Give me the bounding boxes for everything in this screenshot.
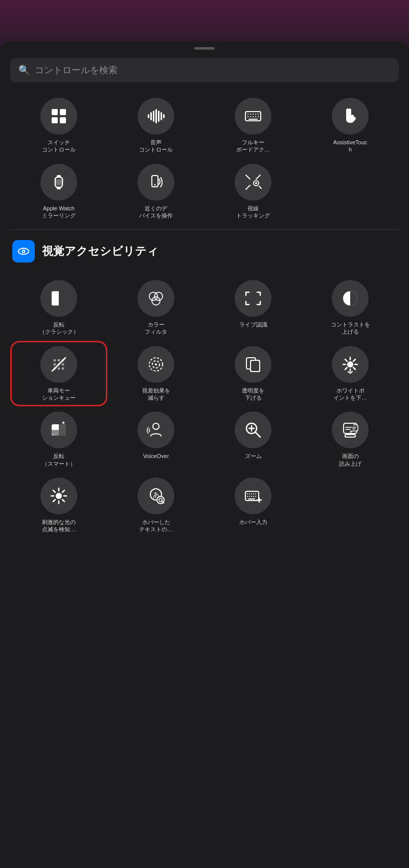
bottom-sheet: 🔍 コントロールを検索 スイッチコントロール: [0, 41, 409, 868]
svg-point-48: [54, 363, 56, 365]
apple-watch-icon: [40, 164, 77, 201]
drag-handle[interactable]: [194, 47, 215, 50]
assistive-touch-item[interactable]: AssistiveTouch: [302, 93, 399, 159]
reduce-transparency-label: 透明度を下げる: [242, 387, 264, 402]
svg-line-67: [353, 367, 355, 370]
section-divider: [10, 229, 399, 230]
eye-tracking-label: 視線トラッキング: [236, 205, 270, 220]
invert-smart-label: 反転（スマート）: [42, 452, 76, 467]
color-filter-item[interactable]: カラーフィルタ: [107, 275, 204, 341]
zoom-item[interactable]: ズーム: [204, 406, 302, 472]
reduce-motion-icon: [138, 346, 174, 383]
svg-rect-26: [56, 179, 61, 185]
svg-rect-4: [148, 114, 149, 118]
flash-detect-item[interactable]: 刺激的な光の点滅を検知…: [10, 472, 107, 538]
screen-read-icon: [332, 411, 369, 448]
svg-line-32: [246, 185, 250, 189]
full-keyboard-item[interactable]: フルキーボードアク…: [204, 93, 302, 159]
zoom-icon: [235, 411, 271, 448]
svg-point-45: [54, 359, 56, 361]
svg-line-66: [345, 359, 347, 361]
flash-detect-label: 刺激的な光の点滅を検知…: [42, 518, 76, 533]
svg-rect-7: [155, 109, 157, 123]
top-icons-grid: スイッチコントロール 音声コントロール: [0, 93, 409, 224]
svg-point-61: [347, 361, 353, 367]
svg-line-30: [246, 175, 250, 179]
voiceover-label: VoiceOver: [143, 452, 169, 460]
screen-read-label: 画面の読み上げ: [339, 452, 361, 467]
svg-rect-6: [153, 111, 154, 122]
color-filter-icon: [138, 280, 174, 317]
svg-line-96: [62, 490, 64, 492]
eye-tracking-item[interactable]: 視線トラッキング: [204, 159, 302, 225]
visual-accessibility-title: 視覚アクセシビリティ: [42, 244, 158, 259]
live-recognition-item[interactable]: ライブ認識: [204, 275, 302, 341]
hover-input-item[interactable]: ホバー入力: [204, 472, 302, 538]
switch-control-item[interactable]: スイッチコントロール: [10, 93, 107, 159]
svg-rect-59: [251, 360, 260, 372]
svg-rect-25: [57, 187, 61, 189]
svg-line-31: [256, 175, 260, 179]
voice-control-item[interactable]: 音声コントロール: [107, 93, 204, 159]
white-point-label: ホワイトポイントを下…: [333, 387, 367, 402]
empty-slot: [302, 159, 338, 196]
screen-read-item[interactable]: 画面の読み上げ: [302, 406, 399, 472]
white-point-item[interactable]: ホワイトポイントを下…: [302, 341, 399, 407]
svg-rect-0: [52, 109, 58, 115]
reduce-motion-label: 視差効果を減らす: [142, 387, 170, 402]
eye-tracking-icon: [235, 164, 271, 201]
hover-text-item[interactable]: あ ホバーしたテキストの…: [107, 472, 204, 538]
nearby-device-icon: [138, 164, 174, 201]
reduce-transparency-item[interactable]: 透明度を下げる: [204, 341, 302, 407]
svg-rect-8: [158, 111, 160, 122]
visual-accessibility-section-header: 視覚アクセシビリティ: [0, 240, 409, 275]
voiceover-item[interactable]: VoiceOver: [107, 406, 204, 472]
search-bar[interactable]: 🔍 コントロールを検索: [10, 58, 399, 82]
visual-accessibility-icon: [12, 240, 35, 263]
svg-point-77: [153, 423, 159, 429]
svg-line-69: [345, 367, 347, 370]
svg-point-43: [152, 297, 160, 305]
svg-line-35: [259, 186, 261, 188]
svg-point-89: [56, 493, 62, 499]
svg-rect-83: [345, 435, 355, 437]
reduce-transparency-icon: [235, 346, 271, 383]
hover-text-label: ホバーしたテキストの…: [139, 518, 173, 533]
hover-input-label: ホバー入力: [239, 518, 267, 526]
vehicle-motion-item[interactable]: 車両モーションキュー: [10, 341, 107, 407]
svg-rect-24: [57, 175, 61, 178]
apple-watch-item[interactable]: Apple Watchミラーリング: [10, 159, 107, 225]
svg-rect-9: [161, 112, 162, 120]
svg-rect-1: [60, 109, 66, 115]
assistive-touch-icon: [332, 98, 369, 135]
hover-input-icon: [235, 478, 271, 514]
switch-control-icon: [40, 98, 77, 135]
svg-point-34: [255, 182, 257, 184]
svg-point-52: [58, 367, 60, 370]
reduce-motion-item[interactable]: 視差効果を減らす: [107, 341, 204, 407]
contrast-up-item[interactable]: コントラストを上げる: [302, 275, 399, 341]
svg-line-94: [53, 490, 55, 492]
invert-smart-item[interactable]: 反転（スマート）: [10, 406, 107, 472]
invert-classic-icon: [40, 280, 77, 317]
flash-detect-icon: [40, 478, 77, 514]
zoom-label: ズーム: [245, 452, 262, 460]
white-point-icon: [332, 346, 369, 383]
svg-line-79: [255, 432, 260, 437]
visual-icons-grid: 反転（クラシック） カラーフィルタ: [0, 275, 409, 538]
vehicle-motion-icon: [40, 346, 77, 383]
svg-line-95: [62, 500, 64, 502]
voice-control-label: 音声コントロール: [139, 139, 173, 154]
nearby-device-item[interactable]: 近くのデバイスを操作: [107, 159, 204, 225]
svg-rect-10: [163, 114, 165, 118]
live-recognition-label: ライブ認識: [239, 321, 267, 328]
svg-point-38: [23, 251, 25, 252]
invert-classic-item[interactable]: 反転（クラシック）: [10, 275, 107, 341]
voiceover-icon: [138, 411, 174, 448]
svg-rect-71: [59, 424, 66, 436]
svg-point-42: [154, 292, 163, 300]
nearby-device-label: 近くのデバイスを操作: [139, 205, 173, 220]
svg-rect-3: [60, 117, 66, 123]
svg-point-53: [62, 367, 64, 370]
svg-point-29: [154, 184, 156, 185]
